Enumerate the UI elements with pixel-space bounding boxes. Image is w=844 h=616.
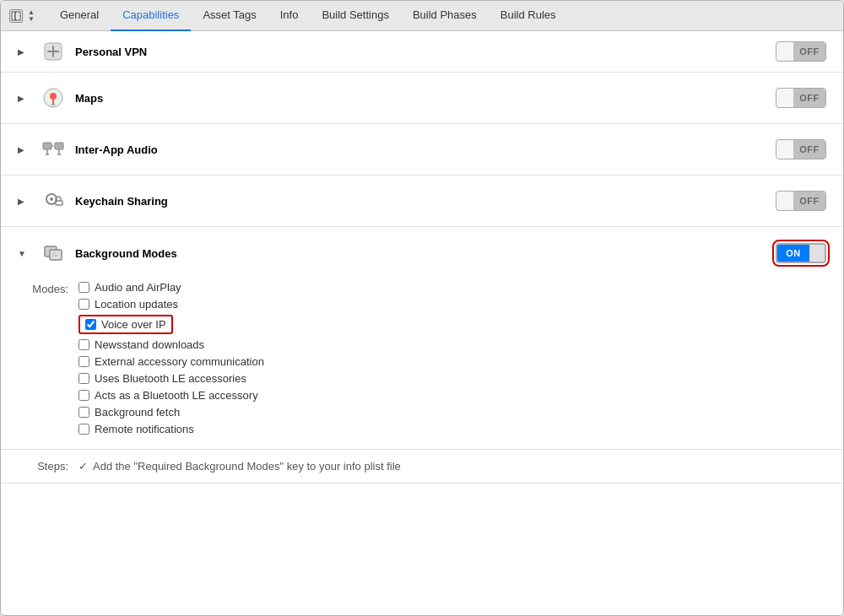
capability-row-maps: ▶ Maps OFF xyxy=(1,73,843,124)
checkmark-icon: ✓ xyxy=(78,460,88,473)
checkbox-external-accessory[interactable] xyxy=(78,356,89,367)
cap-label-personal-vpn: Personal VPN xyxy=(75,46,776,58)
toggle-background-modes[interactable]: ON xyxy=(776,243,826,263)
svg-rect-6 xyxy=(43,143,51,149)
tab-bar: ▲ ▼ General Capabilities Asset Tags Info… xyxy=(1,1,843,31)
toggle-inter-app-audio[interactable]: OFF xyxy=(776,139,826,159)
mode-label-background-fetch: Background fetch xyxy=(95,406,180,419)
expand-arrow-inter-app-audio[interactable]: ▶ xyxy=(18,145,31,154)
toggle-personal-vpn[interactable]: OFF xyxy=(776,41,826,62)
toggle-switch-maps[interactable]: OFF xyxy=(776,88,826,108)
xcode-window: ▲ ▼ General Capabilities Asset Tags Info… xyxy=(0,0,844,616)
cap-icon-background-modes xyxy=(40,240,67,267)
steps-label: Steps: xyxy=(18,460,68,473)
modes-label: Modes: xyxy=(18,281,68,295)
checkbox-remote-notifications[interactable] xyxy=(78,424,89,435)
svg-rect-10 xyxy=(56,201,62,205)
mode-label-bluetooth-le: Uses Bluetooth LE accessories xyxy=(95,372,246,385)
mode-item-bluetooth-le-accessory: Acts as a Bluetooth LE accessory xyxy=(78,389,264,402)
panel-controls: ▲ ▼ xyxy=(9,9,35,23)
capability-row-keychain-sharing: ▶ Keychain Sharing OFF xyxy=(1,176,843,227)
tab-build-rules[interactable]: Build Rules xyxy=(489,1,568,31)
mode-item-external-accessory: External accessory communication xyxy=(78,355,264,368)
mode-label-external-accessory: External accessory communication xyxy=(95,355,264,368)
svg-rect-12 xyxy=(50,250,62,260)
capability-row-background-modes: ▼ Background Modes ON xyxy=(1,227,843,274)
cap-icon-inter-app-audio xyxy=(40,136,67,163)
mode-item-location-updates: Location updates xyxy=(78,298,264,311)
cap-icon-personal-vpn xyxy=(40,38,67,65)
step-text-1: Add the "Required Background Modes" key … xyxy=(93,460,401,473)
tab-general[interactable]: General xyxy=(48,1,111,31)
tab-info[interactable]: Info xyxy=(268,1,311,31)
toggle-switch-background-modes[interactable]: ON xyxy=(776,243,826,263)
checkbox-location-updates[interactable] xyxy=(78,299,89,310)
voice-over-ip-wrapper: Voice over IP xyxy=(78,315,173,334)
mode-label-bluetooth-le-accessory: Acts as a Bluetooth LE accessory xyxy=(95,389,258,402)
checkbox-bluetooth-le[interactable] xyxy=(78,373,89,384)
tab-asset-tags[interactable]: Asset Tags xyxy=(191,1,268,31)
mode-item-audio-airplay: Audio and AirPlay xyxy=(78,281,264,294)
capabilities-content: ▶ Personal VPN OFF ▶ xyxy=(1,31,843,615)
cap-label-maps: Maps xyxy=(75,92,776,105)
svg-rect-7 xyxy=(55,143,63,149)
expand-arrow-personal-vpn[interactable]: ▶ xyxy=(18,47,31,57)
capability-row-inter-app-audio: ▶ Inter-App Audio OFF xyxy=(1,124,843,176)
toggle-maps[interactable]: OFF xyxy=(776,88,826,108)
cap-label-background-modes: Background Modes xyxy=(75,247,776,260)
checkbox-voice-over-ip[interactable] xyxy=(85,319,96,330)
cap-icon-maps xyxy=(40,84,67,111)
cap-label-keychain-sharing: Keychain Sharing xyxy=(75,195,776,208)
mode-label-location-updates: Location updates xyxy=(95,298,178,311)
mode-item-voice-over-ip: Voice over IP xyxy=(78,315,264,334)
cap-label-inter-app-audio: Inter-App Audio xyxy=(75,143,776,156)
toggle-keychain-sharing[interactable]: OFF xyxy=(776,191,826,211)
toggle-switch-keychain-sharing[interactable]: OFF xyxy=(776,191,826,211)
panel-toggle-icon[interactable] xyxy=(9,9,23,23)
svg-point-9 xyxy=(50,197,53,201)
checkbox-newsstand-downloads[interactable] xyxy=(78,339,89,350)
steps-section: Steps: ✓ Add the "Required Background Mo… xyxy=(1,450,843,484)
checkbox-background-fetch[interactable] xyxy=(78,407,89,418)
mode-label-audio-airplay: Audio and AirPlay xyxy=(95,281,181,294)
modes-list: Audio and AirPlay Location updates Voice… xyxy=(78,281,264,435)
capability-row-personal-vpn: ▶ Personal VPN OFF xyxy=(1,31,843,73)
modes-section: Modes: Audio and AirPlay Location update… xyxy=(1,274,843,450)
svg-rect-1 xyxy=(15,12,20,20)
expand-arrow-keychain-sharing[interactable]: ▶ xyxy=(18,197,31,206)
tab-build-phases[interactable]: Build Phases xyxy=(401,1,489,31)
step-item-1: ✓ Add the "Required Background Modes" ke… xyxy=(78,460,401,473)
stepper-icon[interactable]: ▲ ▼ xyxy=(28,9,35,23)
tab-capabilities[interactable]: Capabilities xyxy=(111,1,191,31)
mode-item-newsstand-downloads: Newsstand downloads xyxy=(78,338,264,351)
expand-arrow-background-modes[interactable]: ▼ xyxy=(18,249,31,258)
toggle-switch-inter-app-audio[interactable]: OFF xyxy=(776,139,826,159)
svg-rect-0 xyxy=(12,12,15,20)
toggle-switch-personal-vpn[interactable]: OFF xyxy=(776,41,826,62)
mode-label-remote-notifications: Remote notifications xyxy=(95,423,194,435)
cap-icon-keychain-sharing xyxy=(40,187,67,214)
mode-label-newsstand-downloads: Newsstand downloads xyxy=(95,338,204,351)
checkbox-audio-airplay[interactable] xyxy=(78,282,89,293)
svg-point-4 xyxy=(50,93,57,100)
modes-row: Modes: Audio and AirPlay Location update… xyxy=(18,281,826,435)
mode-label-voice-over-ip: Voice over IP xyxy=(101,318,166,331)
mode-item-remote-notifications: Remote notifications xyxy=(78,423,264,435)
mode-item-bluetooth-le: Uses Bluetooth LE accessories xyxy=(78,372,264,385)
svg-point-5 xyxy=(51,104,56,106)
tab-build-settings[interactable]: Build Settings xyxy=(310,1,401,31)
expand-arrow-maps[interactable]: ▶ xyxy=(18,94,31,103)
checkbox-bluetooth-le-accessory[interactable] xyxy=(78,390,89,401)
mode-item-background-fetch: Background fetch xyxy=(78,406,264,419)
